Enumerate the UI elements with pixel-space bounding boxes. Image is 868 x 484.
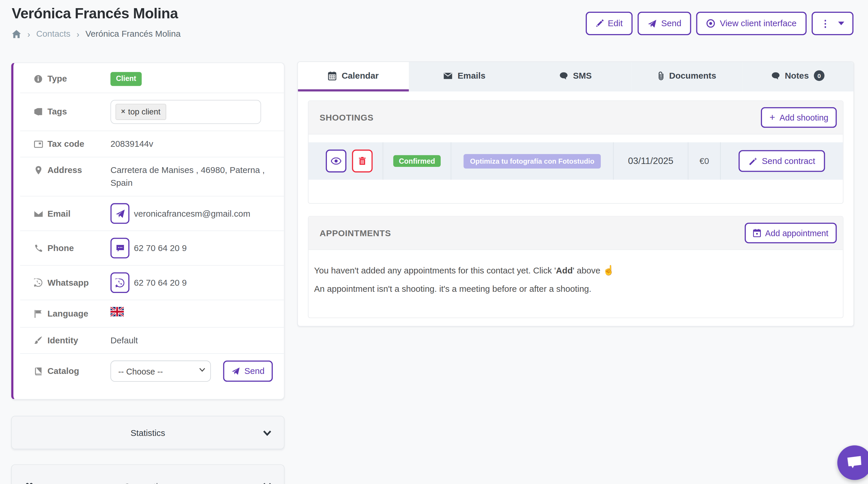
field-label: Language [48, 309, 88, 319]
send-catalog-button[interactable]: Send [223, 361, 273, 382]
book-icon [33, 367, 43, 375]
remove-tag-icon[interactable]: × [121, 107, 125, 117]
edit-button[interactable]: Edit [585, 12, 632, 35]
tab-calendar[interactable]: Calendar [298, 62, 409, 92]
type-client-badge: Client [110, 72, 142, 86]
eye-icon [331, 157, 341, 164]
whatsapp-icon [33, 279, 43, 287]
tax-code-value: 20839144v [110, 138, 276, 150]
id-card-icon [33, 140, 43, 148]
more-actions-dropdown[interactable]: ⋮ [811, 12, 854, 35]
breadcrumb: › Contacts › Verónica Francés Molina [12, 29, 181, 39]
field-row-type: Type Client [20, 63, 284, 93]
appointments-panel: APPOINTMENTS Add appointment You haven't… [308, 216, 843, 318]
view-shooting-button[interactable] [326, 150, 346, 173]
map-pin-icon [33, 166, 43, 175]
tab-emails[interactable]: Emails [409, 62, 520, 92]
send-button[interactable]: Send [638, 12, 691, 35]
shootings-panel: SHOOTINGS + Add shooting [308, 100, 843, 204]
edit-button-label: Edit [608, 18, 623, 28]
home-icon[interactable] [12, 30, 21, 39]
view-client-interface-button[interactable]: View client interface [696, 12, 807, 35]
calendar-icon [328, 71, 337, 80]
send-catalog-label: Send [244, 366, 264, 376]
header-actions: Edit Send View client interface ⋮ [585, 12, 854, 35]
kebab-dots-icon: ⋮ [820, 18, 830, 29]
magic-wand-icon [748, 157, 757, 166]
field-row-phone: Phone 62 70 64 20 9 [20, 231, 284, 266]
statistics-title: Statistics [130, 428, 165, 438]
page-title: Verónica Francés Molina [12, 5, 178, 22]
field-row-tags: Tags × top client [20, 93, 284, 131]
field-label: Identity [48, 335, 78, 345]
tab-notes[interactable]: Notes 0 [742, 62, 854, 92]
field-label: Tax code [48, 139, 85, 149]
chevron-down-icon [263, 483, 272, 484]
send-email-button[interactable] [110, 203, 129, 224]
breadcrumb-separator: › [76, 29, 80, 39]
shooting-amount: €0 [688, 143, 721, 180]
tag-icon [33, 108, 43, 116]
paper-plane-icon [115, 209, 125, 218]
field-label: Email [48, 209, 70, 218]
field-row-catalog: Catalog -- Choose -- Send [20, 354, 284, 389]
tab-sms[interactable]: SMS [520, 62, 631, 92]
paper-plane-icon [231, 367, 240, 375]
field-label: Phone [48, 243, 74, 253]
uk-flag-icon[interactable] [110, 307, 124, 317]
phone-icon [33, 244, 43, 252]
field-label: Address [48, 165, 82, 175]
field-row-whatsapp: Whatsapp 62 70 64 20 9 [20, 266, 284, 301]
field-label: Tags [48, 107, 67, 117]
plus-icon: + [770, 112, 775, 123]
chat-widget-button[interactable] [837, 445, 868, 480]
add-appointment-label: Add appointment [765, 228, 828, 238]
breadcrumb-current: Verónica Francés Molina [86, 29, 181, 39]
contact-info-card: Type Client Tags × top client [11, 63, 284, 400]
package-badge[interactable]: Optimiza tu fotografía con Fotostudio [463, 154, 601, 168]
add-shooting-button[interactable]: + Add shooting [761, 107, 837, 128]
send-contract-label: Send contract [762, 156, 815, 166]
tags-input[interactable]: × top client [110, 100, 261, 124]
field-label: Type [48, 74, 67, 84]
delete-shooting-button[interactable] [352, 150, 373, 173]
email-value: veronicafrancesm@gmail.com [134, 207, 250, 220]
send-contract-button[interactable]: Send contract [739, 150, 825, 172]
tabbar: Calendar Emails SMS Documents [298, 62, 854, 92]
notes-count-badge: 0 [814, 70, 824, 81]
send-sms-button[interactable] [110, 238, 129, 259]
whatsapp-icon [116, 278, 125, 288]
field-row-tax-code: Tax code 20839144v [20, 131, 284, 157]
shooting-row: Confirmed Optimiza tu fotografía con Fot… [309, 143, 843, 180]
paintbrush-icon [33, 336, 43, 345]
tab-label: Documents [669, 70, 716, 80]
field-label: Catalog [48, 366, 79, 376]
breadcrumb-contacts-link[interactable]: Contacts [36, 29, 70, 39]
flag-icon [33, 309, 43, 318]
appointments-empty-line2: An appointment isn't a shooting. it's a … [314, 284, 837, 294]
paper-plane-icon [648, 19, 657, 28]
contact-activity-card: Calendar Emails SMS Documents [297, 61, 854, 327]
speech-bubble-icon [560, 72, 568, 80]
statistics-panel[interactable]: Statistics [11, 416, 284, 449]
envelope-icon [444, 72, 453, 79]
trash-icon [359, 157, 366, 165]
field-label: Whatsapp [48, 278, 89, 288]
eye-icon [707, 19, 715, 28]
add-appointment-button[interactable]: Add appointment [745, 223, 837, 243]
appointments-empty-line1: You haven't added any appointments for t… [314, 265, 837, 276]
field-row-identity: Identity Default [20, 327, 284, 354]
tab-label: Notes [785, 70, 809, 80]
appointments-title: APPOINTMENTS [320, 228, 391, 238]
breadcrumb-separator: › [27, 29, 30, 39]
field-row-address: Address Carretera de Manises , 46980, Pa… [20, 157, 284, 196]
field-row-email: Email veronicafrancesm@gmail.com [20, 196, 284, 231]
send-whatsapp-button[interactable] [110, 273, 129, 293]
tag-chip: × top client [116, 104, 166, 120]
connections-panel[interactable]: Connections [11, 464, 284, 484]
envelope-icon [33, 210, 43, 217]
info-circle-icon [33, 75, 43, 83]
appointments-empty-state: You haven't added any appointments for t… [309, 250, 843, 318]
tab-documents[interactable]: Documents [631, 62, 743, 92]
catalog-select[interactable]: -- Choose -- [110, 361, 211, 382]
